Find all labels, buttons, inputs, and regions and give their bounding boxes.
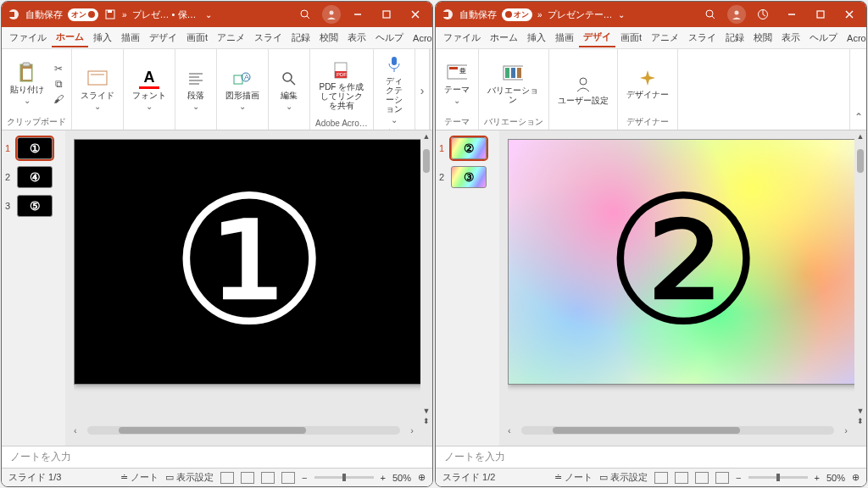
minimize-button[interactable] [346, 3, 370, 26]
tab-file[interactable]: ファイル [439, 29, 485, 47]
reading-view-button[interactable] [261, 472, 275, 484]
normal-view-button[interactable] [654, 472, 668, 484]
tab-screen[interactable]: 画面t [616, 29, 646, 47]
tab-help[interactable]: ヘルプ [371, 29, 408, 47]
sorter-view-button[interactable] [675, 472, 688, 484]
zoom-level[interactable]: 50% [826, 473, 845, 483]
autosave-toggle[interactable]: オン [68, 8, 98, 21]
tab-view[interactable]: 表示 [343, 29, 370, 47]
slideshow-view-button[interactable] [715, 472, 729, 484]
cut-icon[interactable]: ✂ [51, 63, 66, 75]
zoom-slider[interactable] [748, 476, 808, 479]
account-avatar[interactable] [322, 5, 341, 24]
tab-slide[interactable]: スライ [684, 29, 721, 47]
title-chevron-icon[interactable]: ⌄ [205, 10, 212, 19]
slide-thumbnail[interactable]: ④ [17, 166, 53, 188]
save-icon[interactable] [103, 8, 117, 21]
notes-toggle[interactable]: ≐ ノート [120, 471, 159, 484]
zoom-out-button[interactable]: − [302, 473, 307, 483]
dictation-button[interactable]: ディクテーション ⌄ [379, 53, 409, 126]
account-avatar[interactable] [727, 5, 746, 24]
tab-view[interactable]: 表示 [777, 29, 804, 47]
format-painter-icon[interactable]: 🖌 [51, 93, 66, 105]
user-settings-button[interactable]: ユーザー設定 [554, 72, 612, 107]
tab-help[interactable]: ヘルプ [805, 29, 842, 47]
search-icon[interactable] [293, 3, 317, 26]
zoom-in-button[interactable]: + [815, 473, 820, 483]
tab-draw[interactable]: 描画 [117, 29, 144, 47]
tab-acrobat[interactable]: Acro [843, 30, 866, 46]
doc-title[interactable]: プレゼ… • 保存… [132, 8, 200, 21]
variations-button[interactable]: バリエーション [484, 62, 542, 106]
thumbnail-row[interactable]: 2 ③ [439, 166, 496, 188]
tab-design[interactable]: デザイ [579, 28, 615, 47]
zoom-in-button[interactable]: + [381, 473, 386, 483]
slide-thumbnail[interactable]: ② [451, 137, 487, 159]
sorter-view-button[interactable] [241, 472, 254, 484]
maximize-button[interactable] [375, 3, 398, 26]
reading-view-button[interactable] [695, 472, 709, 484]
tab-design[interactable]: デザイ [145, 29, 181, 47]
maximize-button[interactable] [809, 3, 832, 26]
zoom-level[interactable]: 50% [392, 473, 411, 483]
tab-insert[interactable]: 挿入 [89, 29, 116, 47]
edit-button[interactable]: 編集 ⌄ [274, 67, 304, 113]
horizontal-scrollbar[interactable]: ‹› [74, 424, 424, 437]
fit-window-button[interactable]: ⊕ [418, 472, 426, 483]
close-button[interactable] [837, 3, 861, 26]
tab-home[interactable]: ホーム [486, 29, 522, 47]
font-button[interactable]: A フォント ⌄ [129, 67, 170, 113]
slide-thumbnail[interactable]: ⑤ [17, 195, 53, 217]
coming-soon-icon[interactable] [751, 3, 775, 26]
themes-button[interactable]: 亜ぁ テーマ ⌄ [441, 61, 473, 107]
close-button[interactable] [403, 3, 427, 26]
doc-title[interactable]: プレゼンテー… [548, 8, 613, 21]
more-icon[interactable]: » [537, 10, 542, 19]
group-more[interactable]: › [415, 49, 431, 130]
tab-record[interactable]: 記録 [287, 29, 314, 47]
paragraph-button[interactable]: 段落 ⌄ [181, 67, 211, 113]
more-icon[interactable]: » [122, 10, 127, 19]
autosave-toggle[interactable]: オン [502, 8, 532, 21]
tab-anime[interactable]: アニメ [213, 29, 249, 47]
slide-canvas[interactable]: ② [508, 139, 858, 385]
slide-button[interactable]: スライド ⌄ [77, 67, 118, 113]
tab-file[interactable]: ファイル [5, 29, 51, 47]
search-icon[interactable] [698, 3, 722, 26]
notes-pane[interactable]: ノートを入力 [2, 446, 432, 468]
tab-record[interactable]: 記録 [721, 29, 748, 47]
tab-review[interactable]: 校閲 [315, 29, 342, 47]
thumbnail-row[interactable]: 2 ④ [5, 166, 62, 188]
shapes-button[interactable]: A 図形描画 ⌄ [222, 67, 263, 113]
tab-review[interactable]: 校閲 [749, 29, 776, 47]
tab-home[interactable]: ホーム [52, 28, 88, 47]
notes-toggle[interactable]: ≐ ノート [554, 471, 593, 484]
slide-canvas[interactable]: ① [74, 139, 424, 385]
display-settings[interactable]: ▭ 表示設定 [165, 471, 214, 484]
tab-anime[interactable]: アニメ [647, 29, 683, 47]
vertical-scrollbar[interactable]: ▲ ▼ ⬍ [854, 130, 866, 427]
tab-acrobat[interactable]: Acrob [409, 30, 432, 46]
display-settings[interactable]: ▭ 表示設定 [599, 471, 648, 484]
copy-icon[interactable]: ⧉ [51, 78, 66, 90]
slide-thumbnail[interactable]: ① [17, 137, 53, 159]
pdf-share-button[interactable]: PDF PDF を作成してリンクを共有 [315, 58, 368, 112]
normal-view-button[interactable] [220, 472, 234, 484]
paste-button[interactable]: 貼り付け ⌄ [7, 61, 47, 107]
title-chevron-icon[interactable]: ⌄ [618, 10, 625, 19]
vertical-scrollbar[interactable]: ▲ ▼ ⬍ [420, 130, 432, 427]
slideshow-view-button[interactable] [281, 472, 295, 484]
tab-insert[interactable]: 挿入 [523, 29, 550, 47]
ribbon-collapse-button[interactable]: ⌃ [430, 49, 432, 130]
tab-slide[interactable]: スライ [250, 29, 287, 47]
notes-pane[interactable]: ノートを入力 [436, 446, 866, 468]
zoom-slider[interactable] [314, 476, 374, 479]
ribbon-collapse-button[interactable]: ⌃ [849, 49, 866, 130]
slide-thumbnail[interactable]: ③ [451, 166, 487, 188]
zoom-out-button[interactable]: − [736, 473, 741, 483]
minimize-button[interactable] [780, 3, 804, 26]
fit-window-button[interactable]: ⊕ [852, 472, 860, 483]
thumbnail-row[interactable]: 3 ⑤ [5, 195, 62, 217]
thumbnail-row[interactable]: 1 ② [439, 137, 496, 159]
designer-button[interactable]: デザイナー [623, 66, 672, 101]
